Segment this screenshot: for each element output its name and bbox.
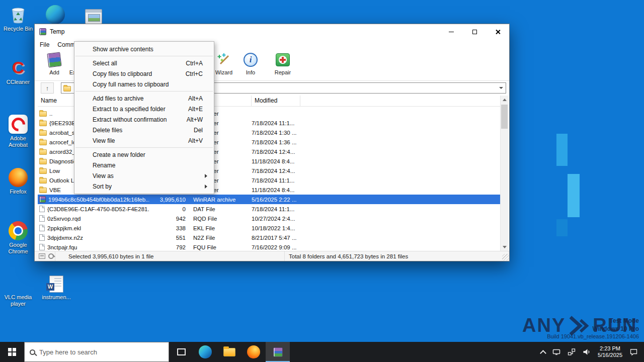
menu-item-select-all[interactable]: Select all Ctrl+A — [74, 58, 214, 68]
menu-item-rename[interactable]: Rename — [74, 160, 214, 170]
file-icon — [39, 215, 45, 222]
desktop-icon-edge[interactable] — [37, 3, 73, 24]
file-modified: 7/18/2024 11:1... — [252, 177, 300, 184]
chrome-icon — [9, 219, 28, 240]
resize-grip[interactable] — [502, 254, 509, 260]
desktop-icon-label: Firefox — [10, 189, 27, 195]
action-center-icon[interactable] — [629, 348, 638, 356]
file-row[interactable]: 3dpjdxmx.n2z 551 N2Z File 8/21/2017 5:47… — [38, 233, 500, 242]
status-total-text: Total 8 folders and 4,651,723 bytes in 2… — [284, 251, 509, 261]
submenu-arrow-icon — [205, 174, 207, 178]
search-icon — [30, 349, 35, 355]
taskbar-winrar-button[interactable] — [266, 342, 290, 362]
add-button[interactable]: Add — [41, 52, 68, 80]
scroll-up-button[interactable] — [501, 96, 508, 104]
menu-separator — [75, 56, 213, 56]
shortcut-label: Alt+W — [187, 116, 209, 123]
winrar-icon — [273, 347, 283, 357]
scrollbar-thumb[interactable] — [501, 105, 508, 129]
menu-item-extract-to-specified-folder[interactable]: Extract to a specified folder Alt+E — [74, 104, 214, 114]
shortcut-label: Del — [194, 127, 209, 134]
menu-item-copy-full-names[interactable]: Copy full names to clipboard — [74, 79, 214, 89]
task-view-icon — [177, 348, 186, 355]
close-button[interactable] — [486, 24, 509, 39]
display-icon[interactable] — [552, 348, 560, 356]
up-directory-button[interactable] — [41, 82, 54, 94]
scroll-down-button[interactable] — [501, 243, 508, 251]
taskbar-search[interactable] — [24, 342, 169, 362]
minimize-button[interactable] — [440, 24, 463, 39]
desktop-icon-recycle-bin[interactable]: Recycle Bin — [0, 3, 36, 32]
file-size: 0 — [149, 206, 190, 212]
start-button[interactable] — [0, 342, 24, 362]
folder-icon — [39, 168, 47, 174]
file-row[interactable]: 3nctpajr.fqu 792 FQU File 7/16/2022 9:09… — [38, 242, 500, 251]
desktop-icon-firefox[interactable]: Firefox — [0, 166, 36, 195]
file-row-selected[interactable]: 1994b6c8c50b454bf0bb0da12fc16feb... 3,99… — [38, 195, 500, 204]
menu-item-show-archive-contents[interactable]: Show archive contents — [74, 44, 214, 54]
file-type: DAT File — [190, 206, 252, 212]
title-bar[interactable]: Temp — [35, 24, 509, 39]
folder-up-icon — [39, 111, 47, 117]
add-icon — [46, 52, 62, 68]
info-button[interactable]: Info — [237, 52, 264, 80]
task-view-button[interactable] — [169, 342, 193, 362]
status-selected-text: Selected 3,995,610 bytes in 1 file — [55, 251, 284, 261]
menu-item-sort-by[interactable]: Sort by — [74, 181, 214, 192]
repair-button[interactable]: Repair — [269, 52, 296, 80]
desktop-icon-adobe-acrobat[interactable]: Adobe Acrobat — [0, 113, 36, 148]
file-name: Low — [49, 168, 60, 174]
desktop-icon-vlc[interactable]: VLC media player — [0, 272, 36, 307]
desktop-icon-ccleaner[interactable]: C CCleaner — [0, 56, 36, 85]
combo-dropdown-button[interactable] — [497, 83, 506, 93]
taskbar-firefox-button[interactable] — [242, 342, 266, 362]
file-row[interactable]: 0z5xrvop.rqd 942 RQD File 10/27/2024 2:4… — [38, 214, 500, 223]
image-shortcut-icon — [85, 3, 102, 24]
menu-item-create-new-folder[interactable]: Create a new folder — [74, 149, 214, 160]
watermark-os: Windows 10 Pro — [547, 325, 639, 333]
file-modified: 11/18/2024 8:4... — [252, 187, 300, 193]
taskbar-clock[interactable]: 2:23 PM 5/16/2025 — [598, 345, 622, 358]
edge-icon — [46, 3, 65, 24]
file-name: 0z5xrvop.rqd — [47, 216, 80, 222]
menu-file[interactable]: File — [36, 39, 53, 50]
acrobat-icon — [9, 113, 28, 134]
file-modified: 7/16/2022 9:09 ... — [252, 244, 300, 250]
menu-item-view-file[interactable]: View file Alt+V — [74, 135, 214, 146]
desktop-icon-label: CCleaner — [7, 79, 30, 85]
menu-separator — [75, 91, 213, 92]
file-modified: 7/18/2024 12:4... — [252, 149, 300, 155]
desktop-icon-google-chrome[interactable]: Google Chrome — [0, 219, 36, 255]
menu-item-copy-files-to-clipboard[interactable]: Copy files to clipboard Ctrl+C — [74, 68, 214, 79]
taskbar-file-explorer-button[interactable] — [217, 342, 242, 362]
desktop-icon-instrument-doc[interactable]: instrumen... — [38, 272, 74, 301]
desktop-icon-label: VLC media player — [0, 294, 36, 307]
column-header-modified[interactable]: Modified — [252, 96, 300, 106]
vertical-scrollbar[interactable] — [500, 96, 508, 251]
volume-icon[interactable] — [583, 348, 591, 356]
status-bar: Selected 3,995,610 bytes in 1 file Total… — [35, 251, 509, 261]
menu-item-add-files-to-archive[interactable]: Add files to archive Alt+A — [74, 93, 214, 104]
menu-item-extract-without-confirmation[interactable]: Extract without confirmation Alt+W — [74, 114, 214, 125]
folder-icon — [39, 178, 47, 184]
file-modified: 7/18/2024 11:1... — [252, 206, 300, 212]
minimize-icon — [449, 32, 454, 32]
file-row[interactable]: {C3D8E96E-C1AF-4750-8D52-F4E281... 0 DAT… — [38, 204, 500, 214]
taskbar: 2:23 PM 5/16/2025 — [0, 342, 644, 362]
network-icon[interactable] — [568, 348, 576, 356]
system-tray: 2:23 PM 5/16/2025 — [541, 342, 644, 362]
menu-item-delete-files[interactable]: Delete files Del — [74, 125, 214, 135]
file-size: 942 — [149, 216, 190, 222]
menu-item-view-as[interactable]: View as — [74, 170, 214, 181]
maximize-button[interactable] — [463, 24, 486, 39]
tray-expand-icon[interactable] — [540, 350, 546, 356]
wizard-icon — [216, 52, 232, 68]
file-name: 3dpjdxmx.n2z — [47, 235, 83, 241]
taskbar-edge-button[interactable] — [193, 342, 217, 362]
search-input[interactable] — [39, 348, 164, 356]
desktop-icon-image-file[interactable] — [75, 3, 112, 24]
wizard-button[interactable]: Wizard — [210, 52, 237, 80]
file-name: 1994b6c8c50b454bf0bb0da12fc16feb... — [48, 197, 149, 203]
file-row[interactable]: 2ppkpjkm.ekl 338 EKL File 10/18/2022 1:4… — [38, 223, 500, 233]
desktop-icon-label: Google Chrome — [0, 242, 36, 255]
